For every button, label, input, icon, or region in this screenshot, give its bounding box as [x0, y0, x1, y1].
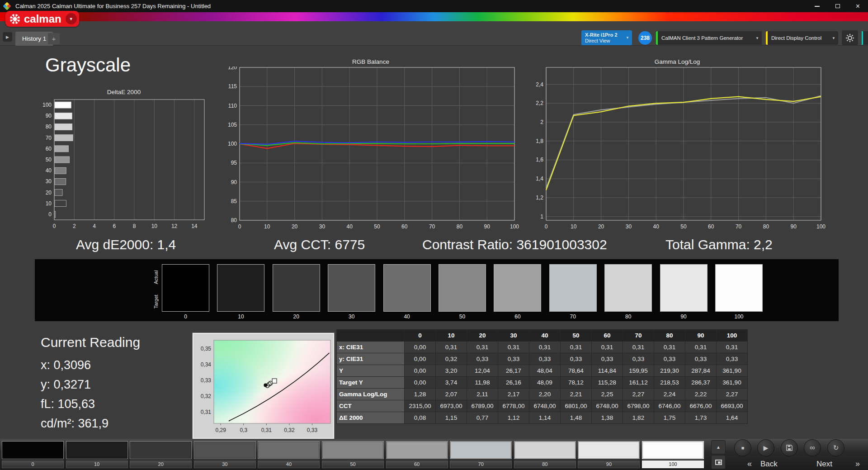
table-col-header: 10 — [436, 330, 467, 342]
svg-text:1: 1 — [540, 214, 543, 220]
minimize-button[interactable] — [807, 0, 827, 12]
swatch-label: 80 — [604, 313, 652, 320]
reading-x: x: 0,3096 — [41, 356, 140, 375]
swatch-label: 0 — [162, 313, 209, 320]
calman-logo-button[interactable]: calman ▼ — [5, 11, 79, 27]
meter-count-badge[interactable]: 238 — [638, 31, 652, 45]
back-chevron-button[interactable]: « — [744, 459, 755, 469]
back-button[interactable]: Back — [760, 459, 778, 469]
patch-button-20[interactable] — [130, 441, 192, 459]
rgb-balance-chart-title: RGB Balance — [222, 58, 519, 66]
next-chevron-button[interactable]: » — [852, 459, 863, 469]
table-cell: 1,14 — [529, 412, 561, 424]
calman-menu-button[interactable]: ▼ — [66, 13, 77, 24]
patch-button-40[interactable] — [258, 441, 320, 459]
patch-button-30[interactable] — [194, 441, 256, 459]
svg-text:0,3: 0,3 — [240, 427, 247, 433]
table-cell: 6973,00 — [436, 400, 467, 412]
table-cell: 6676,00 — [685, 400, 717, 412]
stop-button[interactable]: ■ — [734, 439, 751, 456]
patch-button-0[interactable] — [2, 441, 64, 459]
table-cell: 0,33 — [685, 353, 717, 365]
maximize-button[interactable] — [827, 0, 848, 12]
svg-text:100: 100 — [510, 223, 519, 230]
patch-button-50[interactable] — [322, 441, 384, 459]
table-cell: 218,53 — [654, 377, 685, 389]
patch-button-100[interactable] — [642, 441, 704, 459]
table-cell: 219,30 — [654, 365, 685, 377]
cie-plot: 0,290,30,310,320,330,310,320,330,340,35 — [193, 334, 333, 438]
caret-down-icon: ▼ — [623, 36, 632, 40]
window-controls: × — [807, 0, 868, 12]
settings-button[interactable] — [842, 30, 858, 45]
table-col-header: 30 — [498, 330, 529, 342]
table-col-header: 100 — [717, 330, 748, 342]
layout-button[interactable] — [711, 455, 726, 469]
table-cell: 6798,00 — [623, 400, 654, 412]
svg-text:95: 95 — [231, 160, 237, 166]
table-cell: 78,12 — [561, 377, 592, 389]
refresh-icon: ↻ — [833, 444, 839, 452]
svg-text:60: 60 — [46, 146, 52, 152]
close-button[interactable]: × — [848, 0, 868, 12]
svg-text:0,29: 0,29 — [215, 427, 226, 433]
next-button[interactable]: Next — [816, 459, 832, 469]
meter-mode: Direct View — [585, 38, 618, 44]
table-row: Gamma Log/Log1,282,072,112,172,202,212,2… — [337, 389, 748, 400]
table-cell: 0,31 — [561, 342, 592, 353]
meter-dropdown[interactable]: X-Rite i1Pro 2 Direct View ▼ — [581, 30, 632, 45]
save-button[interactable] — [781, 439, 798, 456]
table-cell: 0,33 — [623, 353, 654, 365]
actual-row-label: Actual — [153, 266, 160, 289]
svg-text:40: 40 — [653, 223, 660, 230]
pattern-source-label: CalMAN Client 3 Pattern Generator — [661, 35, 743, 41]
refresh-button[interactable]: ↻ — [827, 439, 844, 456]
svg-text:0: 0 — [53, 223, 56, 229]
table-cell: 286,37 — [685, 377, 717, 389]
caret-down-icon: ▼ — [829, 36, 838, 40]
table-cell: 3,20 — [436, 365, 467, 377]
swatch-label: 70 — [549, 313, 597, 320]
tab-scroll-button[interactable]: ▶ — [3, 32, 12, 42]
minimize-icon — [815, 6, 820, 7]
table-cell: 48,04 — [529, 365, 561, 377]
table-cell: 0,33 — [529, 353, 561, 365]
table-cell: 2,27 — [717, 389, 748, 400]
patch-button-90[interactable] — [578, 441, 640, 459]
svg-text:70: 70 — [429, 223, 435, 230]
continuous-read-button[interactable]: ∞ — [804, 439, 821, 456]
patch-label: 100 — [642, 461, 704, 468]
patch-button-10[interactable] — [66, 441, 128, 459]
table-col-header: 70 — [623, 330, 654, 342]
play-button[interactable]: ▶ — [757, 439, 774, 456]
stat-contrast-ratio: Contrast Ratio: 361901003302 — [422, 237, 607, 252]
patch-label: 90 — [578, 461, 640, 468]
table-cell: 2,24 — [654, 389, 685, 400]
svg-text:8: 8 — [133, 223, 136, 229]
display-control-label: Direct Display Control — [771, 35, 821, 41]
patch-button-80[interactable] — [514, 441, 576, 459]
overflow-control[interactable] — [862, 31, 868, 45]
target-row-label: Target — [153, 290, 160, 313]
add-tab-button[interactable]: + — [48, 33, 60, 44]
grayscale-swatch-0 — [162, 264, 209, 312]
table-cell: 1,82 — [623, 412, 654, 424]
svg-text:40: 40 — [347, 223, 353, 230]
collapse-panel-button[interactable]: ▲ — [711, 440, 726, 454]
table-row-label: Y — [337, 365, 405, 377]
table-cell: 6748,00 — [592, 400, 623, 412]
grayscale-strip: Actual Target 0102030405060708090100 — [35, 259, 839, 321]
table-cell: 2,07 — [436, 389, 467, 400]
svg-text:50: 50 — [374, 223, 380, 230]
tab-history-1[interactable]: History 1 — [15, 32, 53, 46]
grayscale-swatch-20 — [273, 264, 320, 312]
pattern-source-dropdown[interactable]: CalMAN Client 3 Pattern Generator ▼ — [656, 31, 762, 45]
patch-button-70[interactable] — [450, 441, 512, 459]
patch-button-60[interactable] — [386, 441, 448, 459]
current-reading-title: Current Reading — [41, 335, 140, 350]
display-control-dropdown[interactable]: Direct Display Control ▼ — [766, 31, 838, 45]
spectrum-bar — [0, 12, 868, 21]
svg-text:80: 80 — [231, 217, 237, 223]
table-cell: 2,21 — [561, 389, 592, 400]
swatch-label: 30 — [328, 313, 375, 320]
